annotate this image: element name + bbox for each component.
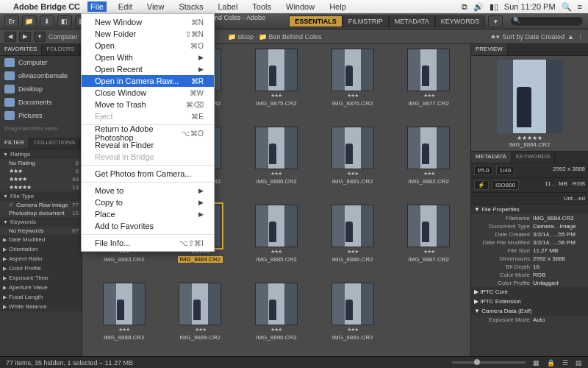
tab-favorites[interactable]: FAVORITES	[0, 44, 42, 55]
thumbnail[interactable]: ★★★IMG_8891.CR2	[318, 283, 387, 352]
filter-rating-row[interactable]: ★★★8	[0, 167, 82, 175]
wifi-icon[interactable]: ⧉	[462, 2, 467, 12]
menu-item-new-folder[interactable]: New Folder⇧⌘N	[82, 28, 214, 40]
view-details-icon[interactable]: ▤	[576, 359, 582, 367]
filter-filetype-row[interactable]: ✓Camera Raw image77	[0, 201, 82, 209]
search-input[interactable]	[510, 16, 584, 26]
menu-item-add-to-favorites[interactable]: Add to Favorites	[82, 220, 214, 232]
filter-header-color-profile[interactable]: ▶Color Profile	[0, 263, 82, 273]
thumbnail[interactable]: ★★★IMG_8886.CR2	[318, 205, 387, 274]
favorite-computer[interactable]: Computer	[0, 56, 82, 69]
tab-metadata[interactable]: METADATA	[471, 152, 512, 163]
menu-item-place[interactable]: Place▶	[82, 208, 214, 220]
menu-label[interactable]: Label	[215, 1, 240, 12]
menu-item-open[interactable]: Open⌘O	[82, 40, 214, 52]
thumbnail[interactable]: ★★★IMG_8887.CR2	[394, 205, 463, 274]
filter-header-date-modified[interactable]: ▶Date Modified	[0, 235, 82, 244]
thumbnail[interactable]: ★★★IMG_8876.CR2	[318, 49, 387, 118]
thumbnail[interactable]: ★★★IMG_8888.CR2	[90, 283, 159, 352]
filter-header-orientation[interactable]: ▶Orientation	[0, 244, 82, 254]
menu-item-close-window[interactable]: Close Window⌘W	[82, 87, 214, 99]
filter-header-exposure-time[interactable]: ▶Exposure Time	[0, 273, 82, 283]
tab-collections[interactable]: COLLECTIONS	[29, 138, 80, 149]
thumbnail[interactable]: ★★★IMG_8890.CR2	[242, 283, 311, 352]
menu-item-open-in-camera-raw-[interactable]: Open in Camera Raw...⌘R	[82, 75, 214, 87]
filter-header-file-type[interactable]: ▼File Type	[0, 191, 82, 201]
filter-filetype-row[interactable]: Photoshop document10	[0, 209, 82, 217]
tab-folders[interactable]: FOLDERS	[42, 44, 79, 55]
thumbnail[interactable]: ★★★IMG_8881.CR2	[318, 127, 387, 196]
thumbnail[interactable]: ★★★IMG_8882.CR2	[394, 127, 463, 196]
menu-window[interactable]: Window	[283, 1, 318, 12]
menu-file[interactable]: File	[87, 1, 107, 12]
favorite-pictures[interactable]: Pictures	[0, 109, 82, 122]
view-list-icon[interactable]: ☰	[562, 359, 568, 367]
menu-item-reveal-in-finder[interactable]: Reveal in Finder	[82, 139, 214, 151]
spotlight-icon[interactable]: 🔍	[562, 2, 572, 12]
meta-group-file-properties[interactable]: ▼ File Properties	[471, 205, 588, 214]
filter-header-keywords[interactable]: ▼Keywords	[0, 217, 82, 227]
filter-rating-row[interactable]: ★★★★48	[0, 175, 82, 183]
menu-help[interactable]: Help	[326, 1, 349, 12]
menu-tools[interactable]: Tools	[249, 1, 274, 12]
folder-icon[interactable]: 📁	[22, 15, 37, 27]
thumbnail[interactable]: ★★★IMG_8885.CR2	[242, 205, 311, 274]
favorite-oliviacombemale[interactable]: oliviacombemale	[0, 69, 82, 82]
download-icon[interactable]: ⬇	[40, 15, 54, 27]
menu-item-return-to-adobe-photoshop[interactable]: Return to Adobe Photoshop⌥⌘O	[82, 127, 214, 139]
menu-item-new-window[interactable]: New Window⌘N	[82, 16, 214, 28]
favorite-desktop[interactable]: Desktop	[0, 82, 82, 96]
filter-header-aspect-ratio[interactable]: ▶Aspect Ratio	[0, 254, 82, 263]
meta-group[interactable]: ▶ IPTC Extension	[471, 297, 588, 306]
meta-group[interactable]: ▶ IPTC Core	[471, 287, 588, 297]
menu-item-copy-to[interactable]: Copy to▶	[82, 197, 214, 208]
menu-view[interactable]: View	[144, 1, 168, 12]
thumbnail[interactable]: ★★★IMG_8875.CR2	[242, 49, 311, 118]
thumbnail-size-slider[interactable]	[452, 361, 526, 364]
menu-item-get-photos-from-camera-[interactable]: Get Photos from Camera...	[82, 168, 214, 180]
workspace-keywords[interactable]: KEYWORDS	[435, 15, 486, 27]
meta-group[interactable]: ▼ Camera Data (Exif)	[471, 306, 588, 316]
thumbnail[interactable]: ★★★IMG_8880.CR2	[242, 127, 311, 196]
filter-header-focal-length[interactable]: ▶Focal Length	[0, 292, 82, 302]
filter-header-white-balance[interactable]: ▶White Balance	[0, 302, 82, 311]
filter-header-ratings[interactable]: ▼Ratings	[0, 149, 82, 159]
thumbnail[interactable]: ★★★IMG_8889.CR2	[166, 283, 235, 352]
volume-icon[interactable]: 🔊	[473, 2, 484, 12]
menu-item-open-recent[interactable]: Open Recent▶	[82, 63, 214, 75]
workspace-essentials[interactable]: ESSENTIALS	[289, 15, 343, 27]
notification-icon[interactable]: ≡	[578, 2, 582, 11]
tab-keywords[interactable]: KEYWORDS	[512, 152, 556, 163]
workspace-menu-icon[interactable]: ▾	[488, 15, 503, 27]
forward-button[interactable]: ▶	[19, 32, 31, 42]
workspace-metadata[interactable]: METADATA	[389, 15, 435, 27]
menu-item-file-info-[interactable]: File Info...⌥⇧⌘I	[82, 237, 214, 249]
breadcrumb[interactable]: 📁 sktop›📁 Ben Behind Coles ›	[228, 33, 329, 40]
camera-raw-icon[interactable]: ◧	[57, 15, 72, 27]
bridge-icon[interactable]: Br	[4, 15, 19, 27]
sort-direction-icon[interactable]: ▲	[567, 33, 574, 40]
tab-filter[interactable]: FILTER	[0, 138, 29, 149]
sort-options-icon[interactable]: ⋮	[577, 33, 584, 40]
menu-edit[interactable]: Edit	[115, 1, 135, 12]
thumbnail[interactable]: ★★★IMG_8877.CR2	[394, 49, 463, 118]
preview-image[interactable]	[497, 60, 563, 133]
reveal-button[interactable]: ▾	[34, 32, 46, 42]
menu-item-move-to[interactable]: Move to▶	[82, 185, 214, 197]
view-grid-icon[interactable]: ▦	[533, 359, 539, 367]
menu-stacks[interactable]: Stacks	[176, 1, 206, 12]
star-filter-icon[interactable]: ★▾	[490, 33, 500, 40]
sort-control[interactable]: ★▾ Sort by Date Created ▲ ⋮	[490, 33, 584, 40]
tab-preview[interactable]: PREVIEW	[471, 44, 508, 55]
filter-rating-row[interactable]: ★★★★★13	[0, 183, 82, 191]
view-lock-icon[interactable]: 🔒	[547, 359, 555, 367]
menu-item-move-to-trash[interactable]: Move to Trash⌘⌫	[82, 99, 214, 110]
filter-keyword-row[interactable]: No Keywords87	[0, 227, 82, 235]
workspace-filmstrip[interactable]: FILMSTRIP	[343, 15, 389, 27]
back-button[interactable]: ◀	[4, 32, 16, 42]
menu-item-open-with[interactable]: Open With▶	[82, 52, 214, 63]
battery-icon[interactable]: ▮▯	[490, 2, 498, 12]
filter-header-aperture-value[interactable]: ▶Aperture Value	[0, 283, 82, 292]
filter-rating-row[interactable]: No Rating8	[0, 159, 82, 167]
favorite-documents[interactable]: Documents	[0, 96, 82, 109]
